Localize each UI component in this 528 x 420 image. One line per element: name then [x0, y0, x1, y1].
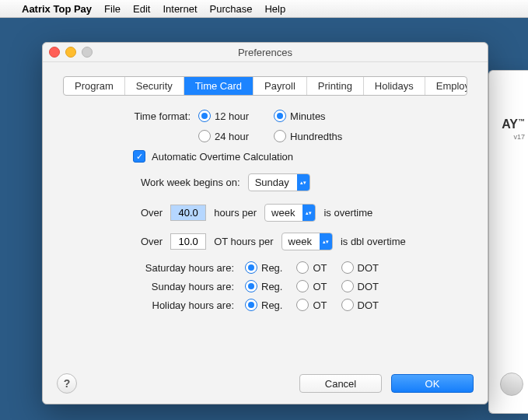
- week-begins-select[interactable]: Sunday ▴▾: [248, 173, 310, 191]
- saturday-label: Saturday hours are:: [94, 262, 245, 274]
- footer: ? Cancel OK: [57, 373, 474, 394]
- hol-ot[interactable]: OT: [296, 299, 327, 311]
- background-window: AY™ v17: [488, 70, 528, 414]
- chevron-updown-icon: ▴▾: [297, 174, 309, 191]
- titlebar: Preferences: [43, 43, 488, 62]
- select-value: week: [282, 236, 320, 247]
- zoom-icon: [82, 47, 93, 58]
- select-value: Sunday: [249, 177, 297, 188]
- time-format-label: Time format:: [63, 110, 198, 122]
- radio-label: Hundredths: [290, 131, 342, 142]
- menu-edit[interactable]: Edit: [133, 3, 150, 15]
- over2-pre: Over: [141, 236, 163, 247]
- chevron-updown-icon: ▴▾: [302, 205, 315, 221]
- hol-dot[interactable]: DOT: [341, 299, 379, 311]
- chevron-updown-icon: ▴▾: [320, 233, 332, 250]
- sunday-label: Sunday hours are:: [94, 281, 245, 292]
- holiday-label: Holiday hours are:: [94, 299, 245, 311]
- tab-employees[interactable]: Employees: [425, 77, 467, 95]
- sun-dot[interactable]: DOT: [341, 280, 379, 292]
- menubar: Aatrix Top Pay File Edit Internet Purcha…: [0, 0, 528, 18]
- close-icon[interactable]: [49, 47, 60, 58]
- bg-avatar-icon: [500, 373, 523, 396]
- window-controls: [49, 47, 93, 58]
- hours-classification: Saturday hours are: Reg. OT DOT Sunday h…: [94, 261, 467, 311]
- cancel-button[interactable]: Cancel: [299, 374, 382, 393]
- preferences-window: Preferences Program Security Time Card P…: [42, 42, 488, 404]
- ok-button[interactable]: OK: [391, 374, 474, 393]
- select-value: week: [265, 207, 302, 219]
- window-title: Preferences: [238, 47, 292, 58]
- help-button[interactable]: ?: [57, 373, 77, 394]
- over2-post: is dbl overtime: [341, 236, 406, 247]
- sun-ot[interactable]: OT: [296, 280, 327, 292]
- sat-reg[interactable]: Reg.: [245, 261, 282, 274]
- sun-reg[interactable]: Reg.: [245, 280, 282, 292]
- dbl-overtime-hours-field[interactable]: [170, 233, 206, 250]
- over2-mid: OT hours per: [214, 236, 273, 247]
- sat-dot[interactable]: DOT: [341, 261, 379, 274]
- menu-purchase[interactable]: Purchase: [210, 3, 253, 15]
- menu-file[interactable]: File: [104, 3, 121, 15]
- bg-version: v17: [513, 133, 525, 141]
- dbl-overtime-unit-select[interactable]: week ▴▾: [281, 233, 333, 250]
- tab-program[interactable]: Program: [64, 77, 125, 95]
- menu-internet[interactable]: Internet: [163, 3, 197, 15]
- tab-printing[interactable]: Printing: [307, 77, 364, 95]
- tab-bar: Program Security Time Card Payroll Print…: [63, 76, 467, 96]
- tab-holidays[interactable]: Holidays: [364, 77, 425, 95]
- auto-overtime-checkbox[interactable]: ✓ Automatic Overtime Calculation: [133, 150, 467, 163]
- tab-payroll[interactable]: Payroll: [254, 77, 307, 95]
- form: Time format: 12 hour Minutes: [63, 110, 467, 311]
- sat-ot[interactable]: OT: [296, 261, 327, 274]
- tab-security[interactable]: Security: [125, 77, 184, 95]
- checkbox-label: Automatic Overtime Calculation: [152, 151, 293, 163]
- radio-minutes[interactable]: Minutes: [274, 110, 326, 122]
- check-icon: ✓: [133, 150, 145, 163]
- menu-app[interactable]: Aatrix Top Pay: [22, 3, 92, 15]
- bg-title: AY™: [502, 117, 525, 131]
- over1-mid: hours per: [214, 207, 257, 219]
- tab-time-card[interactable]: Time Card: [184, 77, 254, 95]
- radio-12-hour[interactable]: 12 hour: [198, 110, 249, 122]
- radio-24-hour[interactable]: 24 hour: [198, 130, 249, 142]
- radio-label: Minutes: [290, 110, 326, 122]
- week-begins-label: Work week begins on:: [141, 177, 240, 188]
- menu-help[interactable]: Help: [264, 3, 285, 15]
- minimize-icon[interactable]: [65, 47, 76, 58]
- overtime-unit-select[interactable]: week ▴▾: [264, 204, 316, 222]
- hol-reg[interactable]: Reg.: [245, 299, 282, 311]
- over1-post: is overtime: [323, 207, 372, 219]
- radio-label: 24 hour: [215, 131, 249, 142]
- overtime-hours-field[interactable]: [170, 205, 206, 221]
- over1-pre: Over: [141, 207, 163, 219]
- radio-hundredths[interactable]: Hundredths: [274, 130, 342, 142]
- radio-label: 12 hour: [215, 110, 249, 122]
